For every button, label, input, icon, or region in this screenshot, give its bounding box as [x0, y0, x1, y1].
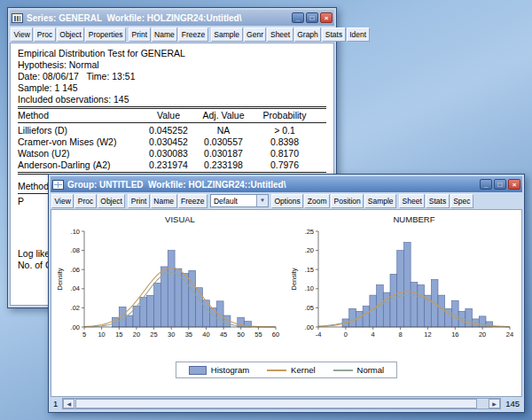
series-window-controls: _ □ ×: [292, 12, 332, 23]
toolbar-button-object[interactable]: Object: [98, 194, 126, 208]
toolbar-button-stats[interactable]: Stats: [322, 27, 345, 42]
toolbar-button-name[interactable]: Name: [151, 194, 177, 208]
column-header: Method: [18, 110, 142, 121]
svg-text:.08: .08: [71, 246, 80, 254]
table-cell: Cramer-von Mises (W2): [18, 136, 142, 148]
toolbar-button-sample[interactable]: Sample: [364, 194, 396, 208]
series-icon: [12, 13, 23, 23]
dist-table-header: MethodValueAdj. ValueProbability: [18, 110, 326, 121]
svg-text:.10: .10: [305, 284, 314, 292]
table-cell: Watson (U2): [18, 148, 142, 159]
svg-text:.02: .02: [71, 304, 80, 312]
svg-text:.25: .25: [305, 228, 314, 236]
table-cell: 0.030187: [195, 148, 252, 159]
toolbar-button-sheet[interactable]: Sheet: [399, 194, 425, 208]
toolbar-button-properties[interactable]: Properties: [85, 27, 126, 42]
minimize-icon[interactable]: _: [292, 12, 304, 23]
svg-text:.00: .00: [305, 323, 314, 331]
svg-text:.06: .06: [71, 266, 80, 274]
toolbar-button-spec[interactable]: Spec: [450, 194, 473, 208]
svg-text:24: 24: [506, 331, 513, 338]
histogram-bars: [112, 251, 251, 327]
output-observations: Included observations: 145: [18, 94, 326, 105]
legend-item-histogram: Histogram: [189, 365, 249, 375]
column-header: Adj. Value: [195, 110, 252, 121]
toolbar-button-position[interactable]: Position: [331, 194, 364, 208]
toolbar-button-sample[interactable]: Sample: [211, 27, 243, 42]
legend-item-normal: Normal: [333, 365, 385, 375]
toolbar-button-freeze[interactable]: Freeze: [178, 27, 207, 42]
svg-text:15: 15: [115, 331, 122, 338]
scroll-end-label: 145: [505, 399, 520, 408]
legend-label-normal: Normal: [357, 365, 385, 375]
maximize-icon[interactable]: □: [306, 12, 318, 23]
svg-text:.15: .15: [305, 266, 314, 274]
svg-text:.10: .10: [71, 228, 80, 236]
dropdown-value: Default: [214, 197, 238, 206]
svg-text:16: 16: [451, 331, 458, 338]
table-cell: 0.030083: [144, 148, 193, 159]
table-cell: 0.030452: [144, 136, 193, 148]
svg-text:5: 5: [82, 331, 86, 338]
minimize-icon[interactable]: _: [480, 179, 492, 190]
y-axis-label: Density: [290, 268, 298, 290]
toolbar-button-sheet[interactable]: Sheet: [267, 27, 293, 42]
kernel-line-icon: [267, 369, 286, 371]
group-titlebar[interactable]: Group: UNTITLED Workfile: HOLZINGR24::Un…: [51, 176, 522, 192]
toolbar-button-print[interactable]: Print: [128, 194, 149, 208]
scrollbar-track[interactable]: [74, 399, 489, 408]
legend-label-histogram: Histogram: [211, 365, 249, 375]
legend-label-kernel: Kernel: [291, 365, 315, 375]
svg-text:55: 55: [254, 331, 262, 338]
svg-text:8: 8: [399, 331, 403, 338]
svg-text:12: 12: [424, 331, 431, 338]
table-cell: 0.233198: [195, 159, 252, 171]
scroll-right-icon[interactable]: ▶: [489, 399, 500, 408]
toolbar-button-proc[interactable]: Proc: [74, 194, 96, 208]
toolbar-button-graph[interactable]: Graph: [294, 27, 322, 42]
close-icon[interactable]: ×: [320, 12, 332, 23]
toolbar-button-print[interactable]: Print: [129, 27, 150, 42]
table-cell: Anderson-Darling (A2): [18, 159, 142, 171]
toolbar-button-freeze[interactable]: Freeze: [178, 194, 207, 208]
toolbar-button-view[interactable]: View: [11, 27, 33, 42]
toolbar-button-ident[interactable]: Ident: [347, 27, 370, 42]
scroll-left-icon[interactable]: ◀: [63, 399, 74, 408]
svg-text:4: 4: [372, 331, 375, 338]
scrollbar-thumb[interactable]: [75, 399, 477, 408]
toolbar-button-object[interactable]: Object: [57, 27, 85, 42]
svg-text:0: 0: [344, 331, 348, 338]
toolbar-button-zoom[interactable]: Zoom: [304, 194, 330, 208]
group-window-controls: _ □ ×: [480, 179, 520, 190]
group-icon: [52, 180, 64, 190]
chart-title: VISUAL: [165, 214, 195, 224]
series-titlebar[interactable]: Series: GENERAL Workfile: HOLZINGR24:Unt…: [10, 10, 334, 26]
table-cell: Lilliefors (D): [18, 125, 142, 136]
toolbar-button-proc[interactable]: Proc: [34, 27, 55, 42]
table-cell: 0.030557: [195, 136, 252, 148]
close-icon[interactable]: ×: [508, 179, 520, 190]
toolbar-button-name[interactable]: Name: [152, 27, 178, 42]
output-sample: Sample: 1 145: [18, 82, 326, 94]
toolbar-button-options[interactable]: Options: [271, 194, 303, 208]
svg-text:10: 10: [98, 331, 105, 338]
svg-text:20: 20: [133, 331, 140, 338]
series-toolbar: ViewProcObjectPropertiesPrintNameFreezeS…: [10, 26, 334, 43]
svg-text:25: 25: [150, 331, 157, 338]
column-header: Value: [144, 110, 193, 121]
toolbar-button-stats[interactable]: Stats: [426, 194, 449, 208]
output-date: Date: 08/06/17 Time: 13:51: [18, 71, 326, 82]
restore-icon[interactable]: □: [494, 179, 506, 190]
svg-text:.00: .00: [71, 323, 80, 331]
table-cell: > 0.1: [254, 125, 316, 136]
toolbar-button-view[interactable]: View: [51, 194, 74, 208]
toolbar-button-genr[interactable]: Genr: [244, 27, 267, 42]
output-hypothesis: Hypothesis: Normal: [18, 59, 326, 71]
svg-text:40: 40: [202, 331, 209, 338]
horizontal-scrollbar[interactable]: ◀ ▶: [62, 398, 501, 409]
charts-row: .00.02.04.06.08.105101520253035404550556…: [53, 212, 520, 359]
svg-text:-4: -4: [316, 331, 322, 338]
observation-scroll-row: 1 ◀ ▶ 145: [51, 397, 522, 410]
svg-text:20: 20: [479, 331, 486, 338]
graph-type-dropdown[interactable]: Default ▼: [210, 194, 269, 207]
